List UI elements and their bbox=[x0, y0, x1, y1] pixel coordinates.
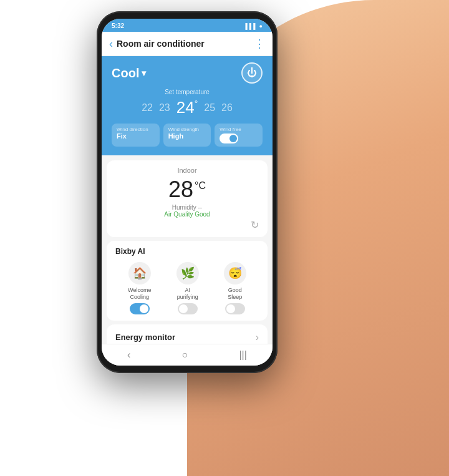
air-quality-label: Air Quality bbox=[164, 211, 193, 218]
ai-purifying-icon: 🌿 bbox=[176, 262, 199, 284]
mode-row: Cool ▾ ⏻ bbox=[112, 62, 263, 84]
indoor-air-quality: Air Quality Good bbox=[115, 211, 259, 218]
wind-controls: Wind direction Fix Wind strength High Wi… bbox=[112, 124, 263, 147]
indoor-temp-value: 28 bbox=[168, 177, 193, 202]
status-bar: 5:32 ▌▌▌ ● bbox=[102, 19, 273, 32]
wind-strength-label: Wind strength bbox=[168, 127, 206, 132]
bixby-item-ai-purifying[interactable]: 🌿 AIpurifying bbox=[176, 262, 199, 314]
temp-label: Set temperature bbox=[112, 89, 263, 95]
welcome-cooling-label: WelcomeCooling bbox=[128, 287, 151, 301]
bixby-item-welcome-cooling[interactable]: 🏠 WelcomeCooling bbox=[128, 262, 151, 314]
scene: 5:32 ▌▌▌ ● ‹ Room air conditioner ⋮ Cool… bbox=[0, 0, 449, 476]
phone-screen: 5:32 ▌▌▌ ● ‹ Room air conditioner ⋮ Cool… bbox=[102, 19, 273, 366]
temp-row: 22 23 24° 25 26 bbox=[112, 98, 263, 117]
nav-recent-button[interactable]: ||| bbox=[239, 349, 246, 361]
bixby-card: Bixby AI 🏠 WelcomeCooling 🌿 AIpurifying bbox=[107, 241, 268, 321]
wind-free-knob bbox=[229, 135, 237, 142]
energy-monitor-label: Energy monitor bbox=[115, 333, 175, 342]
degree-symbol: ° bbox=[195, 99, 198, 109]
ai-purifying-toggle[interactable] bbox=[178, 303, 198, 314]
content-area: Indoor 28°C Humidity -- Air Quality Good… bbox=[102, 155, 273, 344]
wind-strength-value: High bbox=[168, 132, 206, 140]
status-time: 5:32 bbox=[112, 22, 124, 29]
mode-arrow-icon: ▾ bbox=[142, 68, 146, 78]
refresh-button[interactable]: ↻ bbox=[115, 219, 259, 231]
good-sleep-knob bbox=[226, 304, 235, 313]
temperature-section: Set temperature 22 23 24° 25 26 bbox=[112, 89, 263, 117]
bixby-title: Bixby AI bbox=[115, 247, 259, 256]
mode-selector[interactable]: Cool ▾ bbox=[112, 66, 146, 80]
good-sleep-label: GoodSleep bbox=[228, 287, 242, 301]
wind-direction-value: Fix bbox=[117, 132, 155, 140]
bixby-item-good-sleep[interactable]: 😴 GoodSleep bbox=[224, 262, 246, 314]
phone-shell: 5:32 ▌▌▌ ● ‹ Room air conditioner ⋮ Cool… bbox=[97, 11, 278, 373]
temp-23[interactable]: 23 bbox=[159, 102, 170, 114]
welcome-cooling-knob bbox=[140, 304, 148, 313]
ai-purifying-knob bbox=[179, 304, 188, 313]
energy-monitor-arrow: › bbox=[256, 332, 259, 343]
app-header: ‹ Room air conditioner ⋮ bbox=[102, 32, 273, 56]
back-button[interactable]: ‹ bbox=[109, 37, 113, 51]
indoor-card: Indoor 28°C Humidity -- Air Quality Good… bbox=[107, 160, 268, 237]
bottom-navigation: ‹ ○ ||| bbox=[102, 344, 273, 366]
status-icons: ▌▌▌ ● bbox=[245, 23, 263, 29]
indoor-temp-unit: °C bbox=[195, 180, 206, 191]
menu-button[interactable]: ⋮ bbox=[254, 37, 265, 51]
wind-free-control[interactable]: Wind free bbox=[215, 124, 263, 147]
power-icon: ⏻ bbox=[247, 67, 257, 79]
wind-direction-label: Wind direction bbox=[117, 127, 155, 132]
air-quality-value: Good bbox=[195, 211, 210, 218]
welcome-cooling-icon: 🏠 bbox=[128, 262, 151, 284]
temp-26[interactable]: 26 bbox=[221, 102, 233, 114]
nav-home-button[interactable]: ○ bbox=[182, 349, 188, 361]
wind-strength-control[interactable]: Wind strength High bbox=[163, 124, 211, 147]
wind-free-toggle[interactable] bbox=[220, 134, 238, 143]
energy-monitor-row[interactable]: Energy monitor › bbox=[107, 324, 268, 344]
temp-25[interactable]: 25 bbox=[204, 102, 215, 114]
page-title: Room air conditioner bbox=[117, 39, 254, 49]
battery-icon: ● bbox=[259, 23, 263, 29]
welcome-cooling-toggle[interactable] bbox=[130, 303, 150, 314]
signal-icon: ▌▌▌ bbox=[245, 23, 257, 29]
temp-22[interactable]: 22 bbox=[142, 102, 153, 114]
wind-free-label: Wind free bbox=[220, 127, 241, 132]
indoor-title: Indoor bbox=[115, 167, 259, 174]
control-panel: Cool ▾ ⏻ Set temperature 22 23 24° 25 26 bbox=[102, 56, 273, 155]
power-button[interactable]: ⏻ bbox=[241, 62, 263, 84]
good-sleep-toggle[interactable] bbox=[225, 303, 245, 314]
nav-back-button[interactable]: ‹ bbox=[127, 349, 130, 361]
wind-direction-control[interactable]: Wind direction Fix bbox=[112, 124, 160, 147]
indoor-temperature: 28°C bbox=[115, 177, 259, 203]
bixby-items: 🏠 WelcomeCooling 🌿 AIpurifying bbox=[115, 262, 259, 314]
good-sleep-icon: 😴 bbox=[224, 262, 246, 284]
temp-24-active[interactable]: 24° bbox=[176, 98, 198, 117]
indoor-humidity: Humidity -- bbox=[115, 204, 259, 211]
mode-value: Cool bbox=[112, 66, 139, 80]
ai-purifying-label: AIpurifying bbox=[177, 287, 198, 301]
